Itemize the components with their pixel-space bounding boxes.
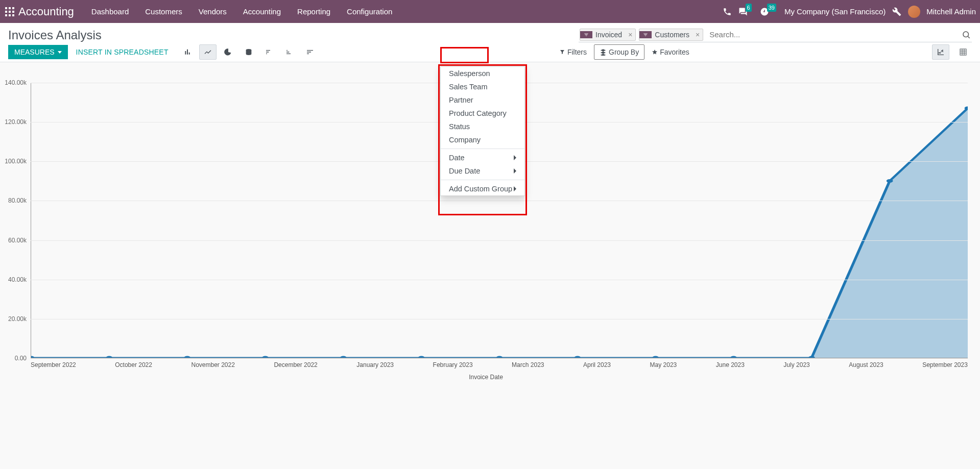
- nav-link-accounting[interactable]: Accounting: [236, 0, 288, 23]
- gridline: [31, 201, 968, 201]
- facet-label: Invoiced: [592, 29, 625, 40]
- graph-view-button[interactable]: [932, 44, 949, 60]
- caret-right-icon: [514, 168, 516, 174]
- menu-separator: [441, 149, 524, 149]
- page-title: Invoices Analysis: [8, 28, 102, 42]
- groupby-item-duedate[interactable]: Due Date: [441, 164, 524, 178]
- nav-link-configuration[interactable]: Configuration: [340, 0, 399, 23]
- caret-down-icon: [58, 51, 62, 54]
- apps-icon[interactable]: [4, 6, 15, 17]
- svg-rect-7: [9, 14, 11, 16]
- favorites-button[interactable]: Favorites: [647, 45, 695, 59]
- svg-rect-2: [12, 7, 14, 9]
- debug-icon[interactable]: [892, 7, 902, 17]
- svg-point-20: [262, 356, 269, 358]
- user-menu[interactable]: Mitchell Admin: [926, 7, 976, 16]
- avatar[interactable]: [908, 6, 920, 18]
- y-tick: 40.00k: [8, 276, 27, 283]
- nav-links: Dashboard Customers Vendors Accounting R…: [84, 0, 399, 23]
- pie-chart-button[interactable]: [220, 44, 237, 60]
- facet-label: Customers: [652, 29, 692, 40]
- x-tick: February 2023: [433, 358, 473, 368]
- gridline: [31, 240, 968, 241]
- groupby-add-custom[interactable]: Add Custom Group: [441, 182, 524, 195]
- svg-point-26: [730, 356, 737, 358]
- svg-point-25: [652, 356, 659, 358]
- svg-point-24: [574, 356, 581, 358]
- brand[interactable]: Accounting: [18, 5, 74, 18]
- funnel-icon: [639, 31, 652, 38]
- y-tick: 20.00k: [8, 315, 27, 323]
- nav-link-dashboard[interactable]: Dashboard: [84, 0, 136, 23]
- gridline: [31, 319, 968, 319]
- insert-spreadsheet-button[interactable]: INSERT IN SPREADSHEET: [69, 45, 176, 59]
- navbar: Accounting Dashboard Customers Vendors A…: [0, 0, 980, 23]
- stacked-button[interactable]: [240, 44, 257, 60]
- activities-button[interactable]: 39: [760, 7, 778, 16]
- y-tick: 140.00k: [5, 79, 27, 86]
- x-axis-label: Invoice Date: [0, 374, 972, 381]
- descending-button[interactable]: [281, 44, 298, 60]
- groupby-item-partner[interactable]: Partner: [441, 93, 524, 107]
- search-options: Filters Group By Favorites: [554, 44, 695, 60]
- y-tick: 120.00k: [5, 118, 27, 126]
- groupby-dropdown: Salesperson Sales Team Partner Product C…: [440, 66, 525, 196]
- sort-button[interactable]: [301, 44, 319, 60]
- groupby-item-company[interactable]: Company: [441, 133, 524, 146]
- svg-rect-0: [5, 7, 7, 9]
- y-axis: 0.0020.00k40.00k60.00k80.00k100.00k120.0…: [0, 83, 31, 358]
- nav-link-reporting[interactable]: Reporting: [290, 0, 338, 23]
- pivot-view-button[interactable]: [954, 44, 972, 60]
- search-area: Invoiced × Customers ×: [579, 28, 972, 42]
- filters-button[interactable]: Filters: [554, 45, 592, 59]
- svg-point-19: [184, 356, 190, 358]
- y-tick: 80.00k: [8, 197, 27, 204]
- search-icon[interactable]: [961, 29, 972, 40]
- search-input[interactable]: [706, 28, 958, 41]
- x-tick: March 2023: [512, 358, 544, 368]
- nav-link-customers[interactable]: Customers: [138, 0, 189, 23]
- groupby-item-productcategory[interactable]: Product Category: [441, 107, 524, 120]
- x-tick: July 2023: [783, 358, 809, 368]
- facet-remove[interactable]: ×: [692, 29, 703, 40]
- groupby-item-date[interactable]: Date: [441, 151, 524, 164]
- x-tick: May 2023: [650, 358, 677, 368]
- svg-rect-4: [9, 11, 11, 13]
- ascending-button[interactable]: [260, 44, 278, 60]
- svg-rect-1: [9, 7, 11, 9]
- gridline: [31, 280, 968, 280]
- measures-button[interactable]: MEASURES: [8, 45, 68, 59]
- svg-point-28: [887, 179, 893, 183]
- x-tick: January 2023: [356, 358, 394, 368]
- line-chart-button[interactable]: [199, 44, 217, 60]
- svg-point-22: [418, 356, 425, 358]
- x-tick: September 2022: [31, 358, 76, 368]
- company-selector[interactable]: My Company (San Francisco): [784, 7, 886, 16]
- svg-point-21: [340, 356, 347, 358]
- x-tick: November 2022: [191, 358, 234, 368]
- view-switcher: [930, 44, 972, 60]
- svg-point-18: [106, 356, 112, 358]
- search-facet-customers: Customers ×: [639, 29, 703, 41]
- nav-right: 6 39 My Company (San Francisco) Mitchell…: [722, 6, 976, 18]
- messages-button[interactable]: 6: [738, 7, 754, 16]
- svg-point-17: [31, 356, 34, 358]
- bar-chart-button[interactable]: [179, 44, 196, 60]
- messages-badge: 6: [746, 4, 752, 12]
- control-panel: Invoices Analysis Invoiced × Customers ×: [0, 23, 980, 62]
- x-tick: December 2022: [274, 358, 317, 368]
- support-icon[interactable]: [722, 7, 732, 17]
- groupby-button[interactable]: Group By: [594, 44, 644, 60]
- svg-rect-6: [5, 14, 7, 16]
- facet-remove[interactable]: ×: [625, 29, 635, 40]
- groupby-item-status[interactable]: Status: [441, 120, 524, 133]
- caret-right-icon: [514, 186, 516, 191]
- svg-rect-12: [960, 49, 966, 55]
- activities-badge: 39: [767, 4, 776, 12]
- cp-left: MEASURES INSERT IN SPREADSHEET: [8, 44, 319, 60]
- nav-link-vendors[interactable]: Vendors: [192, 0, 234, 23]
- svg-point-23: [496, 356, 503, 358]
- groupby-item-salesperson[interactable]: Salesperson: [441, 67, 524, 80]
- groupby-item-salesteam[interactable]: Sales Team: [441, 80, 524, 93]
- svg-rect-8: [12, 14, 14, 16]
